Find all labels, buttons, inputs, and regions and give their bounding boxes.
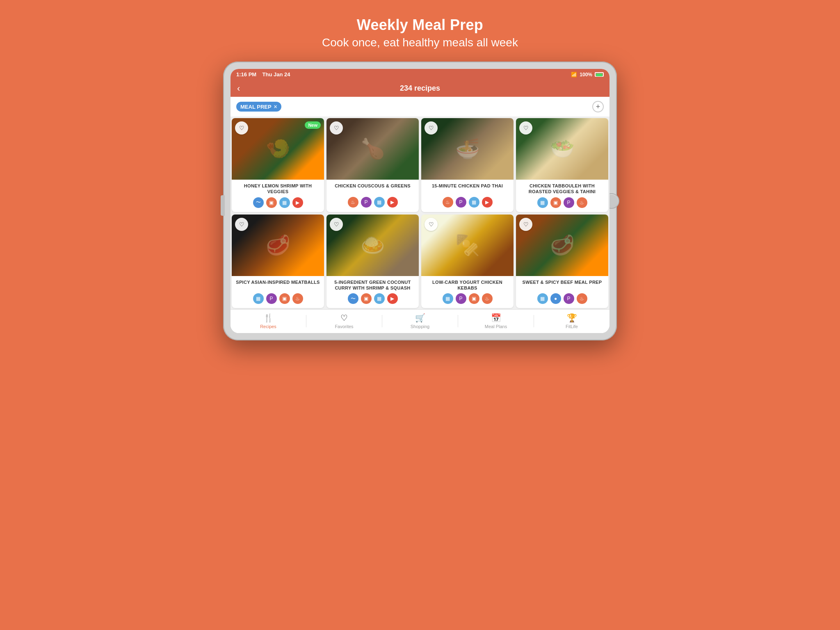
filter-bar: MEAL PREP × + <box>231 97 609 117</box>
status-bar: 1:16 PM Thu Jan 24 📶 100% <box>231 69 609 80</box>
tab-favorites[interactable]: ♡ Favorites <box>306 313 382 329</box>
recipe-image: ♡ 🍢 <box>421 215 514 276</box>
add-filter-button[interactable]: + <box>592 101 604 112</box>
back-button[interactable]: ‹ <box>237 83 240 94</box>
recipe-icon[interactable]: ● <box>550 293 561 304</box>
favorite-button[interactable]: ♡ <box>330 121 343 135</box>
recipe-icon[interactable]: ▶ <box>387 197 398 208</box>
favorite-button[interactable]: ♡ <box>425 218 438 231</box>
favorite-button[interactable]: ♡ <box>330 218 343 231</box>
tab-icon-favorites: ♡ <box>340 313 348 323</box>
recipe-icon[interactable]: ▦ <box>443 293 453 304</box>
recipe-icon[interactable]: P <box>564 293 574 304</box>
recipe-icon[interactable]: ▣ <box>469 293 479 304</box>
status-right: 📶 100% <box>571 72 604 78</box>
recipe-action-icons: ▦●P♨ <box>520 293 604 306</box>
favorite-button[interactable]: ♡ <box>519 218 532 231</box>
recipe-icon[interactable]: ▣ <box>361 293 372 304</box>
recipe-info: 15-MINUTE CHICKEN PAD THAI ♨P▦▶ <box>421 180 514 212</box>
tag-remove-button[interactable]: × <box>274 103 277 110</box>
recipe-image: ♡ 🥩 <box>232 215 324 276</box>
tab-bar: 🍴 Recipes ♡ Favorites 🛒 Shopping 📅 Meal … <box>231 309 609 333</box>
tab-label-meal-plans: Meal Plans <box>485 324 507 329</box>
tab-fitlife[interactable]: 🏆 FitLife <box>534 313 609 329</box>
recipe-icon[interactable]: ♨ <box>348 197 358 208</box>
side-button <box>221 195 225 216</box>
nav-title: 234 recipes <box>400 84 440 93</box>
promo-title: Weekly Meal Prep <box>322 16 518 34</box>
recipe-name: SPICY ASIAN-INSPIRED MEATBALLS <box>236 279 320 291</box>
recipe-action-icons: 〜▣▦▶ <box>236 197 320 210</box>
recipe-icon[interactable]: ▦ <box>253 293 264 304</box>
recipe-icon[interactable]: ▣ <box>550 197 561 208</box>
status-date: Thu Jan 24 <box>262 71 290 78</box>
recipe-card[interactable]: ♡ 🍗 CHICKEN COUSCOUS & GREENS ♨P▦▶ <box>326 118 419 212</box>
recipe-action-icons: ♨P▦▶ <box>331 197 415 209</box>
recipe-icon[interactable]: ▶ <box>292 197 303 208</box>
recipe-info: CHICKEN COUSCOUS & GREENS ♨P▦▶ <box>326 180 419 212</box>
recipe-card[interactable]: ♡ 🍜 15-MINUTE CHICKEN PAD THAI ♨P▦▶ <box>421 118 514 212</box>
favorite-button[interactable]: ♡ <box>235 218 248 231</box>
favorite-button[interactable]: ♡ <box>235 121 248 135</box>
recipe-icon[interactable]: P <box>456 293 466 304</box>
recipe-icon[interactable]: 〜 <box>253 197 264 208</box>
recipe-icon[interactable]: P <box>564 197 574 208</box>
ipad-shell: 1:16 PM Thu Jan 24 📶 100% ‹ 234 recipes … <box>223 62 617 340</box>
recipe-name: SWEET & SPICY BEEF MEAL PREP <box>520 279 604 291</box>
recipe-icon[interactable]: ♨ <box>443 197 453 208</box>
recipe-image: ♡ New 🍤 <box>232 118 324 180</box>
battery-icon <box>595 72 604 77</box>
recipe-image: ♡ 🥗 <box>516 118 608 180</box>
favorite-button[interactable]: ♡ <box>519 121 532 135</box>
recipe-name: 15-MINUTE CHICKEN PAD THAI <box>425 183 509 194</box>
recipe-info: HONEY LEMON SHRIMP WITH VEGGIES 〜▣▦▶ <box>232 180 324 212</box>
tab-icon-meal-plans: 📅 <box>491 313 501 323</box>
recipe-icon[interactable]: ▦ <box>537 293 548 304</box>
recipe-name: 5-INGREDIENT GREEN COCONUT CURRY WITH SH… <box>331 279 415 291</box>
recipe-icon[interactable]: ♨ <box>577 293 587 304</box>
recipe-icon[interactable]: ▦ <box>279 197 290 208</box>
tab-recipes[interactable]: 🍴 Recipes <box>231 313 306 329</box>
recipe-action-icons: ♨P▦▶ <box>425 197 509 209</box>
tab-shopping[interactable]: 🛒 Shopping <box>382 313 458 329</box>
recipe-icon[interactable]: ▣ <box>279 293 290 304</box>
recipe-icon[interactable]: P <box>456 197 466 208</box>
recipe-image: ♡ 🍗 <box>326 118 419 180</box>
recipe-image: ♡ 🍛 <box>326 215 419 276</box>
recipe-icon[interactable]: ▶ <box>482 197 493 208</box>
recipe-icon[interactable]: P <box>361 197 372 208</box>
recipe-icon[interactable]: 〜 <box>348 293 358 304</box>
recipe-card[interactable]: ♡ 🥗 CHICKEN TABBOULEH WITH ROASTED VEGGI… <box>516 118 608 212</box>
recipe-action-icons: 〜▣▦▶ <box>331 293 415 306</box>
recipe-card[interactable]: ♡ New 🍤 HONEY LEMON SHRIMP WITH VEGGIES … <box>232 118 324 212</box>
recipe-action-icons: ▦P▣♨ <box>236 293 320 306</box>
recipe-info: 5-INGREDIENT GREEN COCONUT CURRY WITH SH… <box>326 276 419 308</box>
tab-label-favorites: Favorites <box>335 324 353 329</box>
recipe-icon[interactable]: ▦ <box>374 197 385 208</box>
meal-prep-tag[interactable]: MEAL PREP × <box>236 102 281 112</box>
recipe-icon[interactable]: ♨ <box>577 197 587 208</box>
recipe-icon[interactable]: ♨ <box>292 293 303 304</box>
recipe-card[interactable]: ♡ 🥩 SWEET & SPICY BEEF MEAL PREP ▦●P♨ <box>516 215 608 308</box>
recipe-card[interactable]: ♡ 🍢 LOW-CARB YOGURT CHICKEN KEBABS ▦P▣♨ <box>421 215 514 308</box>
tag-label: MEAL PREP <box>240 104 272 110</box>
recipe-icon[interactable]: P <box>266 293 277 304</box>
recipe-icon[interactable]: ▣ <box>266 197 277 208</box>
recipe-icon[interactable]: ▦ <box>469 197 479 208</box>
tab-label-recipes: Recipes <box>260 324 276 329</box>
recipe-name: HONEY LEMON SHRIMP WITH VEGGIES <box>236 183 320 195</box>
recipe-name: CHICKEN COUSCOUS & GREENS <box>331 183 415 194</box>
tab-icon-shopping: 🛒 <box>415 313 425 323</box>
recipe-icon[interactable]: ▦ <box>537 197 548 208</box>
recipe-icon[interactable]: ▦ <box>374 293 385 304</box>
recipe-info: SWEET & SPICY BEEF MEAL PREP ▦●P♨ <box>516 276 608 308</box>
recipe-icon[interactable]: ▶ <box>387 293 398 304</box>
recipe-icon[interactable]: ♨ <box>482 293 493 304</box>
tab-meal-plans[interactable]: 📅 Meal Plans <box>458 313 534 329</box>
battery-label: 100% <box>580 72 592 78</box>
tab-label-shopping: Shopping <box>411 324 430 329</box>
status-time: 1:16 PM <box>236 71 256 78</box>
favorite-button[interactable]: ♡ <box>425 121 438 135</box>
recipe-card[interactable]: ♡ 🍛 5-INGREDIENT GREEN COCONUT CURRY WIT… <box>326 215 419 308</box>
recipe-card[interactable]: ♡ 🥩 SPICY ASIAN-INSPIRED MEATBALLS ▦P▣♨ <box>232 215 324 308</box>
